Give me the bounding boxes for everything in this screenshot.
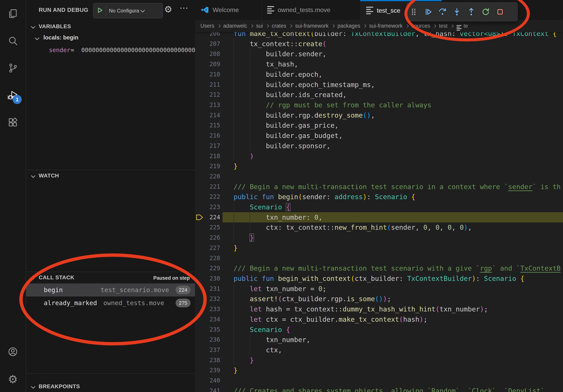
- line-number[interactable]: 212: [195, 90, 220, 100]
- drag-gripper[interactable]: [409, 6, 418, 18]
- code-line-215[interactable]: 215 builder.gas_price,: [195, 120, 563, 131]
- activity-item-source-control[interactable]: [0, 56, 26, 80]
- call-stack-section-header[interactable]: CALL STACK Paused on step: [26, 273, 195, 283]
- code-line-231[interactable]: 231 let txn_number = 0;: [195, 284, 563, 294]
- code-line-236[interactable]: 236 txn_number,: [195, 335, 563, 345]
- line-number[interactable]: 217: [195, 141, 220, 151]
- line-number[interactable]: 232: [195, 294, 220, 304]
- line-number[interactable]: 220: [195, 171, 220, 182]
- variables-scope-row[interactable]: locals: begin: [26, 34, 195, 43]
- start-debug-icon[interactable]: [96, 7, 103, 15]
- code-line-239[interactable]: 239}: [195, 365, 563, 375]
- code-line-237[interactable]: 237 ctx,: [195, 345, 563, 355]
- code-line-232[interactable]: 232 assert!(ctx_builder.rgp.is_some());: [195, 294, 563, 304]
- code-line-226[interactable]: 226 }: [195, 233, 563, 243]
- code-line-216[interactable]: 216 builder.gas_budget,: [195, 131, 563, 141]
- code-line-233[interactable]: 233 let hash = tx_context::dummy_tx_hash…: [195, 304, 563, 314]
- line-number[interactable]: 213: [195, 100, 220, 110]
- code-line-227[interactable]: 227}: [195, 243, 563, 253]
- activity-item-search[interactable]: [0, 29, 26, 53]
- line-number[interactable]: 216: [195, 131, 220, 141]
- line-number[interactable]: 235: [195, 325, 220, 335]
- step-over-button[interactable]: [438, 6, 447, 18]
- line-number[interactable]: 224: [195, 212, 220, 222]
- variables-section-header[interactable]: VARIABLES: [26, 22, 195, 32]
- stop-button[interactable]: [496, 6, 505, 18]
- line-number[interactable]: 207: [195, 39, 220, 49]
- variable-row-sender[interactable]: sender = 0000000000000000000000000000000…: [26, 47, 195, 57]
- activity-item-explorer[interactable]: [0, 2, 26, 26]
- breadcrumb-item-sui-framework[interactable]: sui-framework: [369, 23, 403, 29]
- more-actions-icon[interactable]: ⋯: [179, 3, 188, 13]
- continue-button[interactable]: [423, 6, 433, 18]
- debug-settings-gear-icon[interactable]: ⚙: [164, 5, 172, 14]
- code-line-238[interactable]: 238 }: [195, 355, 563, 365]
- breadcrumb-item-packages[interactable]: packages: [337, 23, 360, 29]
- line-number[interactable]: 222: [195, 192, 220, 202]
- line-number[interactable]: 231: [195, 284, 220, 294]
- code-line-224[interactable]: 224 txn_number: 0,: [195, 212, 563, 222]
- activity-item-accounts[interactable]: [0, 340, 26, 364]
- line-number[interactable]: 211: [195, 79, 220, 90]
- code-editor[interactable]: 206fun make_tx_context(builder: TxContex…: [195, 32, 563, 392]
- line-number[interactable]: 230: [195, 273, 220, 284]
- line-number[interactable]: 238: [195, 355, 220, 365]
- restart-button[interactable]: [481, 6, 490, 18]
- code-line-225[interactable]: 225 ctx: tx_context::new_from_hint(sende…: [195, 222, 563, 233]
- code-line-207[interactable]: 207 tx_context::create(: [195, 39, 563, 49]
- line-number[interactable]: 214: [195, 110, 220, 120]
- breadcrumb-item-test[interactable]: test: [439, 23, 448, 29]
- code-line-222[interactable]: 222public fun begin(sender: address): Sc…: [195, 192, 563, 202]
- breadcrumb-item-crates[interactable]: crates: [272, 23, 286, 29]
- line-number[interactable]: 227: [195, 243, 220, 253]
- code-line-211[interactable]: 211 builder.epoch_timestamp_ms,: [195, 79, 563, 90]
- breadcrumb-item-sui-framework[interactable]: sui-framework: [295, 23, 329, 29]
- code-line-210[interactable]: 210 builder.epoch,: [195, 69, 563, 79]
- code-line-223[interactable]: 223 Scenario {: [195, 202, 563, 212]
- line-number[interactable]: 219: [195, 161, 220, 171]
- line-number[interactable]: 221: [195, 182, 220, 192]
- line-number[interactable]: 240: [195, 375, 220, 386]
- code-line-213[interactable]: 213 // rgp must be set from the caller a…: [195, 100, 563, 110]
- watch-section-header[interactable]: WATCH: [26, 171, 195, 181]
- line-number[interactable]: 236: [195, 335, 220, 345]
- breadcrumb-item-sources[interactable]: sources: [411, 23, 430, 29]
- code-line-217[interactable]: 217 builder.sponsor,: [195, 141, 563, 151]
- line-number[interactable]: 226: [195, 233, 220, 243]
- code-line-229[interactable]: 229/// Begin a new multi-transaction tes…: [195, 263, 563, 273]
- breadcrumb-item-sui[interactable]: sui: [256, 23, 263, 29]
- line-number[interactable]: 215: [195, 120, 220, 131]
- code-line-212[interactable]: 212 builder.ids_created,: [195, 90, 563, 100]
- code-line-208[interactable]: 208 builder.sender,: [195, 49, 563, 59]
- step-into-button[interactable]: [452, 6, 461, 18]
- line-number[interactable]: 233: [195, 304, 220, 314]
- breadcrumb-item-users[interactable]: Users: [200, 23, 214, 29]
- activity-item-extensions[interactable]: [0, 111, 26, 134]
- breadcrumb-item-te[interactable]: te: [457, 21, 468, 31]
- code-line-221[interactable]: 221/// Begin a new multi-transaction tes…: [195, 182, 563, 192]
- code-line-235[interactable]: 235 Scenario {: [195, 325, 563, 335]
- code-line-241[interactable]: 241/// Creates and shares system objects…: [195, 386, 563, 392]
- line-number[interactable]: 229: [195, 263, 220, 273]
- line-number[interactable]: 237: [195, 345, 220, 355]
- step-out-button[interactable]: [467, 6, 476, 18]
- activity-item-settings[interactable]: ⚙: [0, 367, 26, 391]
- debug-config-dropdown[interactable]: No Configura: [93, 3, 163, 18]
- code-line-220[interactable]: 220: [195, 171, 563, 182]
- line-number[interactable]: 234: [195, 314, 220, 325]
- line-number[interactable]: 241: [195, 386, 220, 392]
- code-line-228[interactable]: 228: [195, 253, 563, 263]
- code-line-214[interactable]: 214 builder.rgp.destroy_some(),: [195, 110, 563, 120]
- code-line-218[interactable]: 218 ): [195, 151, 563, 161]
- breadcrumb-item-adamwelc[interactable]: adamwelc: [223, 23, 247, 29]
- stack-frame-already_marked[interactable]: already_markedowned_tests.move275: [26, 297, 195, 310]
- line-number[interactable]: 228: [195, 253, 220, 263]
- breakpoints-section-header[interactable]: BREAKPOINTS: [26, 382, 195, 392]
- code-line-209[interactable]: 209 tx_hash,: [195, 59, 563, 69]
- line-number[interactable]: 225: [195, 222, 220, 233]
- tab-owned-tests-move[interactable]: owned_tests.move: [261, 0, 361, 20]
- line-number[interactable]: 208: [195, 49, 220, 59]
- line-number[interactable]: 218: [195, 151, 220, 161]
- line-number[interactable]: 210: [195, 69, 220, 79]
- line-number[interactable]: 206: [195, 32, 220, 39]
